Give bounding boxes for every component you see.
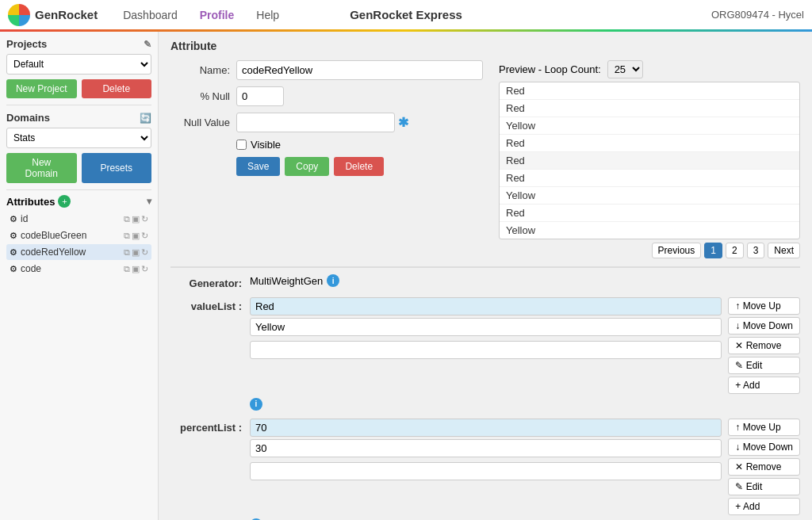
name-label: Name: xyxy=(170,64,230,76)
value-move-up-button[interactable]: ↑ Move Up xyxy=(728,297,800,315)
visible-label: Visible xyxy=(251,139,281,151)
attr-refresh-icon-code[interactable]: ↻ xyxy=(141,264,148,274)
value-move-down-button[interactable]: ↓ Move Down xyxy=(728,317,800,335)
collapse-attributes-icon[interactable]: ▾ xyxy=(147,196,151,207)
attr-cbg-actions: ⧉ ▣ ↻ xyxy=(124,231,148,241)
delete-attribute-button[interactable]: Delete xyxy=(334,157,384,176)
attr-gear-icon-code: ⚙ xyxy=(10,264,17,274)
percent-list-content: 70 30 ↑ Move Up ↓ Move Down ✕ Remove ✎ E… xyxy=(250,419,800,521)
attribute-section-title: Attribute xyxy=(170,40,800,52)
null-asterisk-icon: ✱ xyxy=(398,115,408,130)
page-1-button[interactable]: 1 xyxy=(704,243,722,258)
attr-delete-icon-id[interactable]: ▣ xyxy=(132,214,140,224)
attr-delete-icon-cbg[interactable]: ▣ xyxy=(132,231,140,241)
attr-delete-icon-code[interactable]: ▣ xyxy=(132,264,140,274)
generator-info-icon[interactable]: i xyxy=(327,274,339,287)
attribute-item-codeBlueGreen[interactable]: ⚙ codeBlueGreen ⧉ ▣ ↻ xyxy=(6,228,151,243)
preview-item-0: Red xyxy=(500,82,799,100)
new-project-button[interactable]: New Project xyxy=(6,79,77,98)
attr-copy-icon-id[interactable]: ⧉ xyxy=(124,214,130,224)
percent-remove-button[interactable]: ✕ Remove xyxy=(728,458,800,476)
name-row: Name: xyxy=(170,60,483,80)
value-remove-button[interactable]: ✕ Remove xyxy=(728,337,800,354)
percent-list-input[interactable] xyxy=(250,462,722,480)
nav-profile[interactable]: Profile xyxy=(190,4,244,26)
attribute-item-code[interactable]: ⚙ code ⧉ ▣ ↻ xyxy=(6,261,151,277)
value-add-button[interactable]: + Add xyxy=(728,377,800,394)
attr-delete-icon-cry[interactable]: ▣ xyxy=(132,247,140,258)
new-domain-button[interactable]: New Domain xyxy=(6,153,77,183)
percent-move-down-button[interactable]: ↓ Move Down xyxy=(728,438,800,456)
value-list-row: valueList : Red Yellow ↑ Move Up ↓ Move … xyxy=(170,297,800,411)
nav-dashboard[interactable]: Dashboard xyxy=(113,4,187,26)
top-nav: GenRocket Dashboard Profile Help GenRock… xyxy=(0,0,812,32)
save-attribute-button[interactable]: Save xyxy=(236,157,280,176)
attr-copy-icon-code[interactable]: ⧉ xyxy=(124,264,130,274)
null-row: % Null xyxy=(170,86,483,106)
attr-copy-icon-cry[interactable]: ⧉ xyxy=(124,247,130,258)
value-list-actions: ↑ Move Up ↓ Move Down ✕ Remove ✎ Edit + … xyxy=(728,297,800,394)
preview-item-2: Yellow xyxy=(500,117,799,135)
percent-add-button[interactable]: + Add xyxy=(728,498,800,515)
presets-button[interactable]: Presets xyxy=(82,153,152,183)
attr-refresh-icon-cry[interactable]: ↻ xyxy=(141,247,148,258)
attr-refresh-icon-id[interactable]: ↻ xyxy=(141,214,148,224)
attr-id-actions: ⧉ ▣ ↻ xyxy=(124,214,148,224)
logo[interactable]: GenRocket xyxy=(8,4,98,26)
attribute-form-area: Name: % Null Null Value ✱ xyxy=(170,60,800,258)
percent-edit-button[interactable]: ✎ Edit xyxy=(728,478,800,495)
page-2-button[interactable]: 2 xyxy=(726,243,744,258)
percent-move-up-button[interactable]: ↑ Move Up xyxy=(728,419,800,436)
value-item-red[interactable]: Red xyxy=(250,297,722,315)
attribute-item-id[interactable]: ⚙ id ⧉ ▣ ↻ xyxy=(6,211,151,227)
preview-item-7: Red xyxy=(500,205,799,222)
generator-label: Generator: xyxy=(170,274,242,289)
delete-project-button[interactable]: Delete xyxy=(82,79,152,98)
null-input[interactable] xyxy=(236,86,284,106)
value-list-input[interactable] xyxy=(250,341,722,359)
generator-section: Generator: MultiWeightGen i valueList : … xyxy=(170,274,800,520)
preview-count-select[interactable]: 25 xyxy=(607,60,643,78)
add-attribute-button[interactable]: + xyxy=(58,195,71,208)
preview-item-1: Red xyxy=(500,100,799,117)
logo-icon xyxy=(8,4,30,26)
null-value-label: Null Value xyxy=(170,117,230,128)
percent-list-label: percentList : xyxy=(170,419,242,434)
value-list-info-icon[interactable]: i xyxy=(250,398,262,411)
attr-refresh-icon-cbg[interactable]: ↻ xyxy=(141,231,148,241)
attr-gear-icon-cbg: ⚙ xyxy=(10,231,17,241)
attr-copy-icon-cbg[interactable]: ⧉ xyxy=(124,231,130,241)
nav-help[interactable]: Help xyxy=(247,4,289,26)
preview-item-5: Red xyxy=(500,170,799,187)
value-list-content: Red Yellow ↑ Move Up ↓ Move Down ✕ Remov… xyxy=(250,297,800,411)
domains-icon[interactable]: 🔄 xyxy=(140,113,151,124)
main-content: Attribute Name: % Null Null Value ✱ xyxy=(159,32,812,520)
preview-item-8: Yellow xyxy=(500,222,799,239)
percent-list-row: percentList : 70 30 ↑ Move Up ↓ Move Dow… xyxy=(170,419,800,521)
layout: Projects ✎ Default New Project Delete Do… xyxy=(0,32,812,520)
null-label: % Null xyxy=(170,90,230,102)
domains-select[interactable]: Stats xyxy=(6,128,151,148)
user-info[interactable]: ORG809474 - Hycel xyxy=(711,9,804,21)
attr-code-actions: ⧉ ▣ ↻ xyxy=(124,264,148,274)
visible-checkbox[interactable] xyxy=(236,140,247,150)
preview-item-6: Yellow xyxy=(500,187,799,205)
name-input[interactable] xyxy=(236,60,483,80)
sidebar-divider-1 xyxy=(6,105,151,105)
percent-item-70[interactable]: 70 xyxy=(250,419,722,437)
attr-cry-actions: ⧉ ▣ ↻ xyxy=(124,247,148,258)
domains-header: Domains 🔄 xyxy=(6,112,151,124)
next-page-button[interactable]: Next xyxy=(768,243,800,258)
percent-item-30[interactable]: 30 xyxy=(250,439,722,457)
attribute-item-codeRedYellow[interactable]: ⚙ codeRedYellow ⧉ ▣ ↻ xyxy=(6,244,151,260)
value-item-yellow[interactable]: Yellow xyxy=(250,318,722,336)
projects-edit-icon[interactable]: ✎ xyxy=(144,39,151,50)
value-edit-button[interactable]: ✎ Edit xyxy=(728,357,800,374)
page-3-button[interactable]: 3 xyxy=(747,243,765,258)
null-value-row: Null Value ✱ xyxy=(170,113,483,132)
projects-select[interactable]: Default xyxy=(6,54,151,75)
null-value-input[interactable] xyxy=(236,113,395,132)
previous-page-button[interactable]: Previous xyxy=(652,243,702,258)
copy-attribute-button[interactable]: Copy xyxy=(285,157,329,176)
attribute-form-left: Name: % Null Null Value ✱ xyxy=(170,60,483,258)
